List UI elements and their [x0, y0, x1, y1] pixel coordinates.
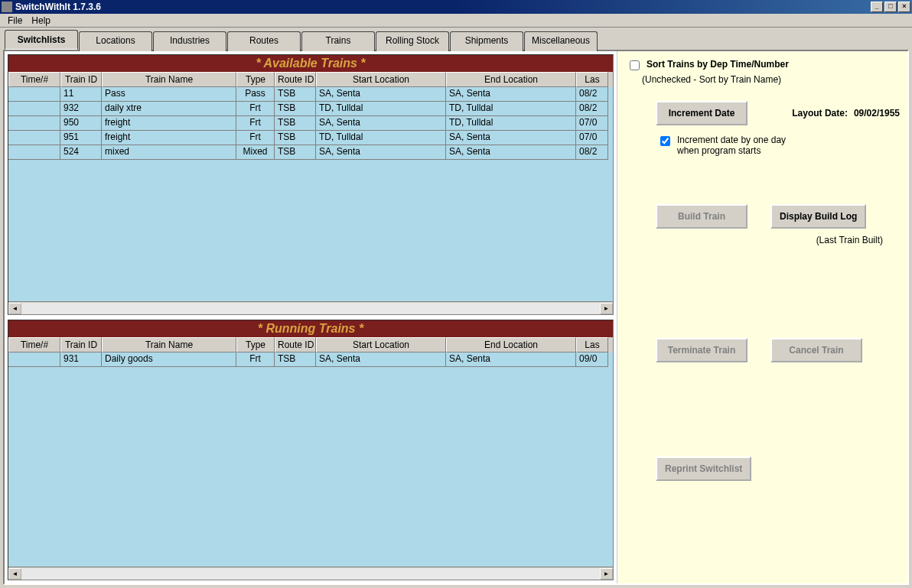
col-route-id[interactable]: Route ID: [275, 72, 316, 87]
cell: TSB: [275, 102, 316, 116]
cell: 524: [60, 145, 102, 160]
running-trains-grid: * Running Trains * Time/# Train ID Train…: [8, 320, 614, 580]
cell: Daily goods: [102, 352, 236, 367]
table-row[interactable]: 932daily xtreFrtTSBTD, TulldalTD, Tullda…: [8, 102, 613, 116]
auto-increment-checkbox[interactable]: [660, 136, 670, 146]
reprint-switchlist-button[interactable]: Reprint Switchlist: [656, 456, 751, 481]
last-train-built-label: (Last Train Built): [816, 235, 883, 245]
col-time[interactable]: Time/#: [8, 72, 60, 87]
cell: 08/2: [576, 87, 608, 102]
cell: mixed: [102, 145, 236, 160]
cancel-train-button[interactable]: Cancel Train: [770, 338, 862, 362]
cell: freight: [102, 131, 236, 145]
running-hscroll[interactable]: ◄ ►: [8, 567, 613, 580]
cell: freight: [102, 116, 236, 131]
titlebar: SwitchWithIt 1.7.3.6 _ □ ×: [0, 0, 912, 14]
cell: TD, Tulldal: [446, 102, 576, 116]
cell: 07/0: [576, 116, 608, 131]
cell: SA, Senta: [446, 145, 576, 160]
tab-routes[interactable]: Routes: [227, 31, 301, 51]
display-build-log-button[interactable]: Display Build Log: [770, 204, 866, 229]
cell: [8, 131, 60, 145]
col-start-location[interactable]: Start Location: [316, 72, 446, 87]
tab-shipments[interactable]: Shipments: [450, 31, 523, 51]
controls-panel: Sort Trains by Dep Time/Number (Unchecke…: [617, 51, 907, 583]
tab-industries[interactable]: Industries: [153, 31, 226, 51]
col-train-id[interactable]: Train ID: [60, 337, 102, 352]
cell: SA, Senta: [316, 145, 446, 160]
cell: 07/0: [576, 131, 608, 145]
table-row[interactable]: 951freightFrtTSBTD, TulldalSA, Senta07/0: [8, 131, 613, 145]
close-button[interactable]: ×: [898, 2, 910, 12]
col-end-location[interactable]: End Location: [446, 337, 576, 352]
cell: [8, 116, 60, 131]
cell: Frt: [236, 102, 275, 116]
cell: 08/2: [576, 102, 608, 116]
col-start-location[interactable]: Start Location: [316, 337, 446, 352]
cell: [8, 87, 60, 102]
sort-by-time-checkbox[interactable]: [630, 60, 640, 70]
cell: Pass: [102, 87, 236, 102]
cell: 11: [60, 87, 102, 102]
available-hscroll[interactable]: ◄ ►: [8, 301, 613, 314]
scroll-track[interactable]: [21, 568, 600, 580]
scroll-right-icon[interactable]: ►: [600, 568, 613, 580]
scroll-track[interactable]: [21, 303, 600, 314]
col-las[interactable]: Las: [576, 72, 608, 87]
col-las[interactable]: Las: [576, 337, 608, 352]
table-row[interactable]: 524mixedMixedTSBSA, SentaSA, Senta08/2: [8, 145, 613, 160]
col-train-name[interactable]: Train Name: [102, 72, 236, 87]
scroll-left-icon[interactable]: ◄: [8, 303, 21, 314]
cell: TD, Tulldal: [316, 102, 446, 116]
col-time[interactable]: Time/#: [8, 337, 60, 352]
cell: Pass: [236, 87, 275, 102]
tabstrip: Switchlists Locations Industries Routes …: [0, 28, 912, 50]
menu-file[interactable]: File: [3, 15, 27, 27]
cell: Frt: [236, 352, 275, 367]
minimize-button[interactable]: _: [871, 2, 883, 12]
scroll-left-icon[interactable]: ◄: [8, 568, 21, 580]
cell: SA, Senta: [316, 352, 446, 367]
available-trains-title: * Available Trains *: [8, 55, 613, 72]
cell: Frt: [236, 116, 275, 131]
menu-help[interactable]: Help: [27, 15, 55, 27]
app-icon: [2, 2, 12, 12]
maximize-button[interactable]: □: [884, 2, 897, 12]
cell: 931: [60, 352, 102, 367]
cell: Frt: [236, 131, 275, 145]
cell: [8, 352, 60, 367]
col-train-name[interactable]: Train Name: [102, 337, 236, 352]
cell: TSB: [275, 131, 316, 145]
available-trains-grid: * Available Trains * Time/# Train ID Tra…: [8, 54, 614, 315]
cell: 951: [60, 131, 102, 145]
col-type[interactable]: Type: [236, 72, 275, 87]
tab-trains[interactable]: Trains: [301, 31, 375, 51]
sort-subtext: (Unchecked - Sort by Train Name): [642, 74, 900, 85]
tab-miscellaneous[interactable]: Miscellaneous: [524, 31, 598, 51]
build-train-button[interactable]: Build Train: [656, 204, 748, 229]
cell: SA, Senta: [446, 87, 576, 102]
cell: TD, Tulldal: [316, 131, 446, 145]
cell: Mixed: [236, 145, 275, 160]
tab-switchlists[interactable]: Switchlists: [5, 30, 78, 50]
cell: [8, 102, 60, 116]
col-end-location[interactable]: End Location: [446, 72, 576, 87]
cell: 09/0: [576, 352, 608, 367]
cell: TSB: [275, 352, 316, 367]
cell: TSB: [275, 87, 316, 102]
cell: 932: [60, 102, 102, 116]
terminate-train-button[interactable]: Terminate Train: [656, 338, 748, 362]
layout-date-value: 09/02/1955: [854, 108, 900, 119]
cell: SA, Senta: [316, 116, 446, 131]
table-row[interactable]: 931Daily goodsFrtTSBSA, SentaSA, Senta09…: [8, 352, 613, 367]
table-row[interactable]: 11PassPassTSBSA, SentaSA, Senta08/2: [8, 87, 613, 102]
scroll-right-icon[interactable]: ►: [600, 303, 613, 314]
tab-locations[interactable]: Locations: [79, 31, 152, 51]
col-train-id[interactable]: Train ID: [60, 72, 102, 87]
auto-increment-label-2: when program starts: [677, 145, 786, 156]
increment-date-button[interactable]: Increment Date: [656, 101, 748, 125]
tab-rolling-stock[interactable]: Rolling Stock: [376, 31, 449, 51]
table-row[interactable]: 950freightFrtTSBSA, SentaTD, Tulldal07/0: [8, 116, 613, 131]
col-type[interactable]: Type: [236, 337, 275, 352]
col-route-id[interactable]: Route ID: [275, 337, 316, 352]
